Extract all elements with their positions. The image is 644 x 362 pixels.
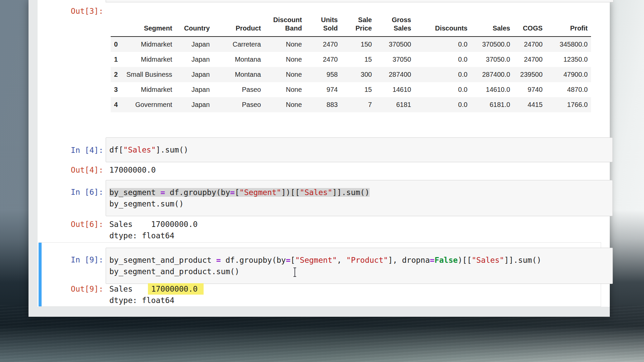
table-cell: 0.0: [415, 82, 471, 97]
table-cell: Japan: [175, 37, 213, 52]
row-index: 4: [111, 97, 123, 112]
code-token: df.groupby(by: [165, 188, 230, 197]
table-cell: 974: [305, 82, 341, 97]
code-token: =: [286, 256, 290, 264]
code-token: "Product": [346, 256, 388, 264]
code-input-9[interactable]: by_segment_and_product = df.groupby(by=[…: [106, 248, 613, 284]
table-cell: 150: [341, 37, 375, 52]
table-cell: Carretera: [213, 37, 264, 52]
column-header: Segment: [123, 12, 176, 37]
active-cell-indicator-bar: [39, 243, 42, 306]
dataframe-table: SegmentCountryProductDiscount BandUnits …: [111, 12, 591, 112]
output-4: 17000000.0: [109, 164, 156, 176]
table-cell: Government: [123, 97, 176, 112]
row-index: 0: [111, 37, 123, 52]
table-cell: Montana: [213, 67, 264, 82]
table-cell: Japan: [175, 97, 213, 112]
code-line: by_segment_and_product = df.groupby(by=[…: [109, 254, 609, 266]
table-cell: 37050.0: [471, 52, 514, 67]
column-header: Units Sold: [305, 12, 341, 37]
code-line: by_segment = df.groupby(by=["Segment"])[…: [109, 187, 609, 198]
table-cell: Paseo: [213, 97, 264, 112]
code-token: "Segment": [295, 256, 337, 264]
in-prompt-9: In [9]:: [49, 254, 103, 265]
table-cell: 15: [341, 52, 375, 67]
code-input-4[interactable]: df["Sales"].sum(): [106, 137, 613, 162]
table-row: 2Small BusinessJapanMontanaNone958300287…: [111, 67, 591, 82]
row-index: 1: [111, 52, 123, 67]
table-cell: 4870.0: [546, 82, 591, 97]
table-cell: 24700: [514, 37, 546, 52]
table-cell: Midmarket: [123, 82, 176, 97]
table-cell: 287400.0: [471, 67, 514, 82]
table-cell: 15: [341, 82, 375, 97]
column-header: COGS: [514, 12, 546, 37]
code-token: ].sum(): [156, 145, 188, 154]
table-cell: 7: [341, 97, 375, 112]
code-token: by_segment: [109, 188, 160, 197]
code-token: [: [235, 188, 239, 197]
table-cell: None: [264, 97, 305, 112]
table-cell: Japan: [175, 52, 213, 67]
code-token: "Sales": [472, 256, 504, 264]
table-cell: 6181.0: [471, 97, 514, 112]
code-token: by_segment_and_product.sum(): [109, 267, 239, 276]
out-prompt-3: Out[3]:: [49, 5, 103, 17]
column-header: Sale Price: [341, 12, 375, 37]
code-token: =: [160, 188, 165, 197]
table-cell: 1766.0: [546, 97, 591, 112]
code-token: df[: [109, 145, 123, 154]
code-token: False: [434, 256, 458, 264]
output-line: Sales 17000000.0: [109, 219, 198, 230]
in-prompt-4: In [4]:: [49, 144, 103, 156]
table-cell: 370500.0: [471, 37, 514, 52]
highlighted-value: 17000000.0: [148, 283, 204, 295]
code-token: "Sales": [123, 145, 156, 154]
code-token: ]].sum(): [332, 188, 370, 197]
column-header: Country: [175, 12, 213, 37]
output-text: Sales: [109, 285, 151, 293]
row-index: 3: [111, 82, 123, 97]
code-token: )[[: [458, 256, 472, 264]
code-input-6[interactable]: by_segment = df.groupby(by=["Segment"])[…: [106, 180, 613, 216]
table-cell: 9740: [514, 82, 546, 97]
table-cell: 2470: [305, 37, 341, 52]
code-line: by_segment_and_product.sum(): [109, 266, 609, 277]
code-token: ], dropna: [388, 256, 430, 264]
out-prompt-6: Out[6]:: [49, 219, 103, 230]
table-cell: 0.0: [415, 37, 471, 52]
table-cell: 14610: [375, 82, 415, 97]
table-cell: 0.0: [415, 67, 471, 82]
table-cell: None: [264, 67, 305, 82]
table-cell: Small Business: [123, 67, 176, 82]
table-cell: Midmarket: [123, 52, 176, 67]
output-line: dtype: float64: [109, 295, 204, 306]
output-9: Sales 17000000.0dtype: float64: [109, 283, 204, 306]
table-cell: Japan: [175, 67, 213, 82]
table-cell: None: [264, 37, 305, 52]
output-text: dtype: float64: [109, 231, 174, 240]
column-header: Product: [213, 12, 264, 37]
column-header: Sales: [471, 12, 514, 37]
output-text: dtype: float64: [109, 296, 174, 305]
output-line: Sales 17000000.0: [109, 283, 204, 295]
table-cell: 37050: [375, 52, 415, 67]
column-header: Discounts: [415, 12, 471, 37]
code-token: by_segment_and_product: [109, 256, 216, 264]
window-bottom-gutter: [29, 307, 610, 317]
table-cell: 0.0: [415, 52, 471, 67]
window-left-gutter: [29, 0, 38, 317]
code-token: =: [230, 188, 235, 197]
code-token: [: [290, 256, 295, 264]
previous-cell-edge: [106, 0, 613, 2]
table-cell: 4415: [514, 97, 546, 112]
code-token: ])[[: [281, 188, 300, 197]
code-token: df.groupby(by: [221, 256, 286, 264]
table-row: 4GovernmentJapanPaseoNone883761810.06181…: [111, 97, 591, 112]
code-token: "Sales": [300, 188, 332, 197]
index-header: [111, 12, 123, 37]
table-cell: None: [264, 52, 305, 67]
table-cell: Paseo: [213, 82, 264, 97]
output-6: Sales 17000000.0dtype: float64: [109, 219, 198, 241]
table-cell: 47900.0: [546, 67, 591, 82]
